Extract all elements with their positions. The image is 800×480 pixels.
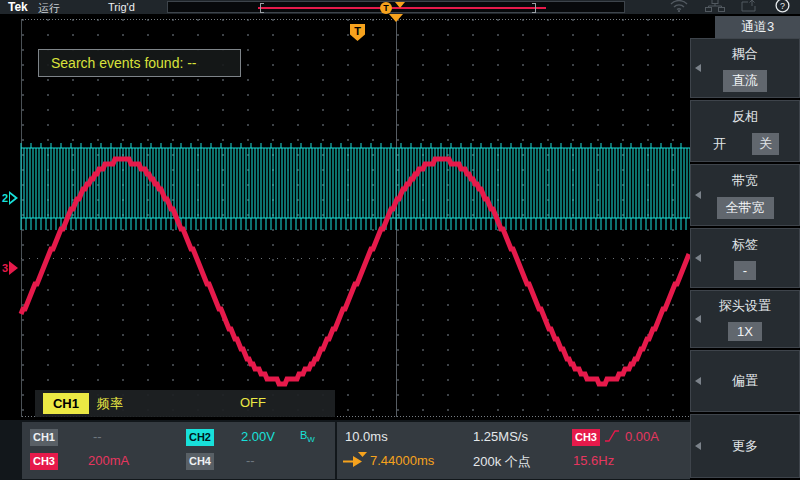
chevron-left-icon (695, 254, 701, 262)
ch3-position-marker[interactable]: 3 (2, 261, 18, 275)
menu-item-more[interactable]: 更多 (690, 414, 800, 478)
sample-rate: 1.25MS/s (473, 429, 528, 444)
help-icon[interactable]: ? (775, 0, 790, 17)
measurement-channel-badge[interactable]: CH1 (43, 393, 89, 414)
measurement-label: 频率 (97, 395, 123, 413)
coupling-value-button[interactable]: 直流 (723, 70, 767, 92)
invert-on-option[interactable]: 开 (713, 135, 726, 153)
menu-item-bandwidth[interactable]: 带宽 全带宽 (690, 164, 800, 226)
record-length: 200k 个点 (473, 453, 531, 471)
horizontal-trigger-panel: 10.0ms 1.25MS/s CH3 0.00A 7.44000ms 200k… (337, 422, 690, 479)
menu-item-invert[interactable]: 反相 开 关 (690, 100, 800, 162)
ch2-scale: 2.00V (241, 429, 275, 444)
zoom-region-right-bracket (532, 3, 536, 13)
ch4-badge[interactable]: CH4 (186, 453, 214, 470)
menu-title: 通道3 (715, 16, 800, 38)
export-icon[interactable] (741, 0, 759, 16)
horizontal-delay: 7.44000ms (370, 453, 434, 468)
chevron-left-icon (695, 64, 701, 72)
side-menu: 通道3 耦合 直流 反相 开 关 带宽 全带宽 标签 - 探头设置 1X 偏置 … (690, 14, 800, 480)
top-bar: Tek 运行 Trig'd T ? (0, 0, 800, 14)
network-icon[interactable] (705, 0, 725, 16)
probe-value-button[interactable]: 1X (728, 322, 762, 341)
record-view-minimap[interactable]: T (167, 1, 625, 13)
status-bar: CH1 -- CH2 2.00V BW CH3 200mA CH4 -- 10.… (0, 420, 690, 480)
chevron-left-icon (695, 377, 701, 385)
ch1-badge[interactable]: CH1 (30, 429, 58, 446)
ch3-marker-icon (9, 261, 18, 275)
ch4-scale: -- (246, 453, 255, 468)
search-events-overlay: Search events found: -- (38, 49, 241, 77)
trigger-source-badge[interactable]: CH3 (572, 429, 600, 446)
measurement-bar: CH1 频率 OFF (35, 390, 335, 417)
ch3-badge[interactable]: CH3 (30, 453, 58, 470)
trigger-slope-icon (604, 428, 620, 447)
measurement-value: OFF (240, 395, 266, 410)
tek-logo: Tek (8, 0, 28, 14)
channel-readout-panel: CH1 -- CH2 2.00V BW CH3 200mA CH4 -- (22, 422, 335, 479)
minimap-trigger-icon[interactable]: T (380, 2, 392, 14)
chevron-left-icon (695, 442, 701, 450)
ch2-marker-icon (9, 191, 18, 205)
acquisition-status: 运行 (38, 1, 60, 16)
ch2-badge[interactable]: CH2 (186, 429, 214, 446)
menu-item-probe-setup[interactable]: 探头设置 1X (690, 290, 800, 348)
ch2-bandwidth-icon: BW (300, 429, 315, 444)
zoom-region-left-bracket (260, 3, 264, 13)
menu-item-offset[interactable]: 偏置 (690, 350, 800, 412)
svg-text:?: ? (780, 0, 785, 10)
trigger-status: Trig'd (108, 1, 135, 13)
delay-arrow-icon (342, 451, 368, 472)
waveform-display: 2 3 T Search events found: -- CH1 频率 OFF (0, 14, 690, 480)
trigger-frequency: 15.6Hz (573, 453, 614, 468)
menu-item-label[interactable]: 标签 - (690, 228, 800, 288)
menu-item-coupling[interactable]: 耦合 直流 (690, 38, 800, 98)
invert-off-option[interactable]: 关 (752, 133, 779, 155)
minimap-position-icon[interactable] (395, 2, 405, 8)
chevron-left-icon (695, 191, 701, 199)
ch1-scale: -- (93, 429, 102, 444)
chevron-left-icon (695, 315, 701, 323)
expansion-point-icon[interactable] (389, 14, 403, 22)
ch2-position-marker[interactable]: 2 (2, 191, 18, 205)
wifi-icon[interactable] (669, 0, 689, 16)
ch3-scale: 200mA (88, 453, 129, 468)
trigger-level: 0.00A (625, 429, 659, 444)
label-value-button[interactable]: - (734, 261, 756, 280)
time-scale: 10.0ms (345, 429, 388, 444)
bandwidth-value-button[interactable]: 全带宽 (717, 197, 774, 219)
